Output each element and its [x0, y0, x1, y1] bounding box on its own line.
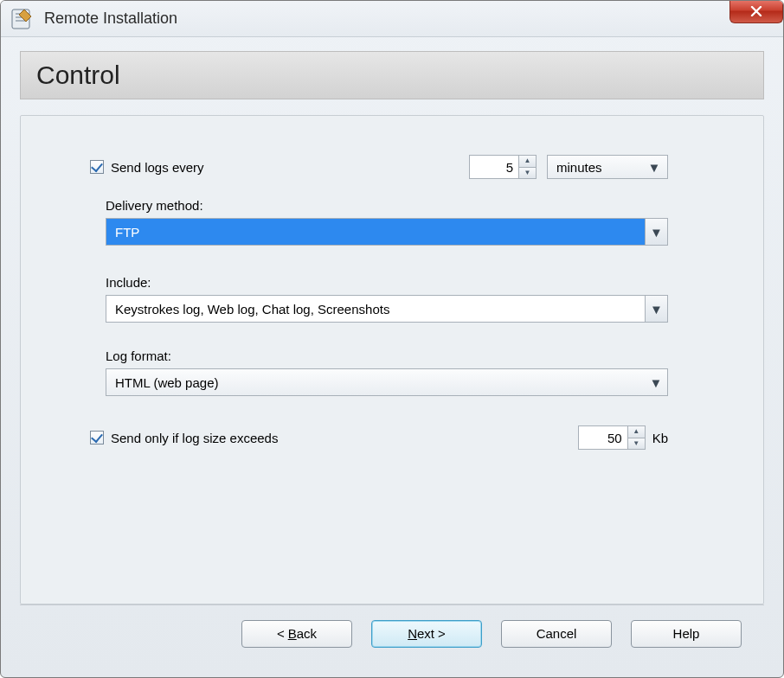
back-button[interactable]: < Back	[241, 620, 352, 648]
log-size-unit: Kb	[652, 431, 668, 445]
send-logs-unit-combo[interactable]: minutes ▼	[547, 155, 668, 179]
cancel-button[interactable]: Cancel	[501, 620, 612, 648]
send-logs-checkbox[interactable]: Send logs every	[90, 160, 204, 175]
settings-panel: Send logs every ▲ ▼ minutes ▼ Delivery m…	[20, 115, 764, 604]
spinner-up-button[interactable]: ▲	[628, 426, 645, 438]
send-logs-unit-label: minutes	[556, 160, 646, 175]
chevron-down-icon: ▼	[645, 219, 667, 245]
checkbox-icon	[90, 431, 104, 445]
include-label: Include:	[106, 275, 708, 290]
send-only-label: Send only if log size exceeds	[111, 431, 278, 445]
delivery-method-combo[interactable]: FTP ▼	[106, 218, 668, 246]
close-button[interactable]	[729, 0, 783, 23]
page-title: Control	[20, 51, 764, 99]
send-logs-label: Send logs every	[111, 160, 204, 175]
send-logs-value-input[interactable]	[470, 156, 518, 178]
delivery-method-label: Delivery method:	[106, 198, 708, 213]
spinner-up-button[interactable]: ▲	[519, 156, 536, 168]
window: Remote Installation Control Send logs ev…	[0, 0, 784, 678]
window-title: Remote Installation	[44, 10, 177, 28]
log-format-value: HTML (web page)	[106, 375, 645, 390]
chevron-down-icon: ▼	[645, 296, 667, 322]
delivery-method-value: FTP	[106, 219, 645, 245]
log-format-label: Log format:	[106, 349, 708, 363]
spinner-buttons: ▲ ▼	[518, 156, 536, 178]
log-format-combo[interactable]: HTML (web page) ▼	[106, 368, 668, 396]
send-logs-row: Send logs every ▲ ▼ minutes ▼	[90, 155, 708, 179]
footer: < Back Next > Cancel Help	[20, 604, 764, 662]
next-button[interactable]: Next >	[371, 620, 482, 648]
help-button[interactable]: Help	[631, 620, 742, 648]
chevron-down-icon: ▼	[645, 369, 667, 395]
app-icon	[10, 7, 34, 31]
log-size-input[interactable]	[579, 426, 627, 449]
spinner-down-button[interactable]: ▼	[628, 438, 645, 450]
close-icon	[750, 6, 762, 16]
include-value: Keystrokes log, Web log, Chat log, Scree…	[106, 302, 645, 317]
checkbox-icon	[90, 160, 104, 174]
body: Control Send logs every ▲ ▼ minutes	[1, 37, 783, 677]
log-size-spinner[interactable]: ▲ ▼	[578, 425, 646, 450]
spinner-down-button[interactable]: ▼	[519, 168, 536, 179]
titlebar: Remote Installation	[1, 1, 783, 37]
chevron-down-icon: ▼	[646, 160, 662, 175]
include-combo[interactable]: Keystrokes log, Web log, Chat log, Scree…	[106, 295, 668, 323]
spinner-buttons: ▲ ▼	[627, 426, 645, 449]
send-only-row: Send only if log size exceeds ▲ ▼ Kb	[90, 425, 668, 450]
send-only-checkbox[interactable]: Send only if log size exceeds	[90, 431, 278, 445]
send-logs-value-spinner[interactable]: ▲ ▼	[469, 155, 537, 179]
